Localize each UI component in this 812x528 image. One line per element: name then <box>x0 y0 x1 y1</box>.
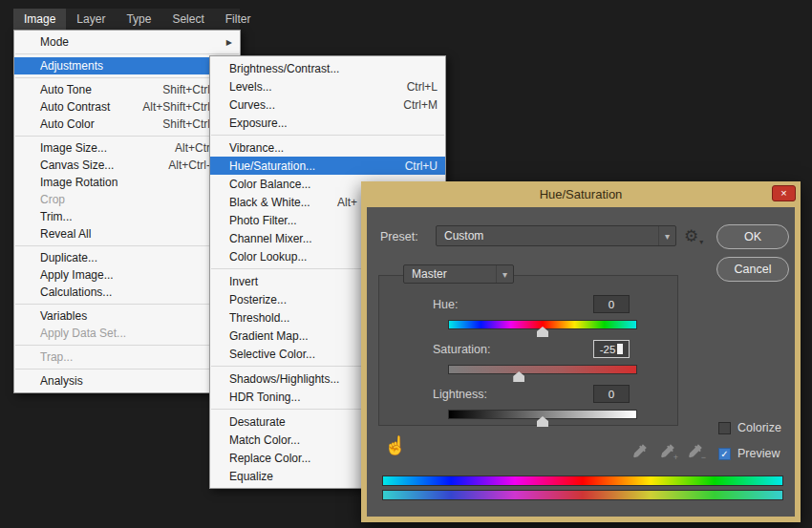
close-button[interactable]: × <box>772 185 796 201</box>
minus-glyph: − <box>701 453 706 462</box>
saturation-value: -25 <box>600 344 616 355</box>
menu-item-shortcut: Ctrl+U <box>405 159 438 173</box>
menu-item-label: Vibrance... <box>229 141 284 155</box>
hue-label: Hue: <box>433 298 458 311</box>
menu-item-vibrance[interactable]: Vibrance... <box>210 138 445 157</box>
hue-value: 0 <box>609 299 614 310</box>
menu-item-image-size[interactable]: Image Size...Alt+Ctr <box>14 139 240 157</box>
menu-item-label: Trap... <box>40 350 73 364</box>
menubar-item-filter[interactable]: Filter <box>215 9 262 30</box>
menu-item-mode[interactable]: Mode▶ <box>14 33 240 51</box>
preview-checkbox[interactable]: ✓ <box>718 448 731 460</box>
menu-separator <box>15 77 239 78</box>
dialog-titlebar[interactable]: Hue/Saturation × <box>361 181 801 207</box>
menu-item-label: Reveal All <box>40 227 91 241</box>
gear-icon: ⚙ <box>684 226 698 246</box>
menu-item-label: Photo Filter... <box>229 214 297 227</box>
saturation-slider-row: Saturation:-25 <box>379 340 677 385</box>
menu-item-label: Auto Tone <box>40 83 92 96</box>
menu-item-label: Crop <box>40 193 65 206</box>
menu-item-image-rotation[interactable]: Image Rotation <box>14 174 240 191</box>
adjustment-group: Hue:0Saturation:-25Lightness:0 <box>378 275 678 426</box>
menu-item-reveal-all[interactable]: Reveal All <box>14 225 240 243</box>
menu-item-label: HDR Toning... <box>229 391 300 404</box>
image-menu: Mode▶AdjustmentsAuto ToneShift+CtrlAuto … <box>13 30 241 393</box>
plus-glyph: + <box>673 453 678 462</box>
saturation-value-field[interactable]: -25 <box>593 340 630 358</box>
lightness-value: 0 <box>609 389 614 400</box>
menu-item-label: Color Balance... <box>229 178 310 191</box>
colorize-option: Colorize <box>718 421 781 434</box>
menu-item-label: Replace Color... <box>229 452 310 465</box>
menu-item-curves[interactable]: Curves...Ctrl+M <box>210 95 445 114</box>
menu-item-label: Mode <box>40 35 69 49</box>
close-icon: × <box>780 187 786 199</box>
lightness-label: Lightness: <box>433 388 487 401</box>
menu-item-duplicate[interactable]: Duplicate... <box>14 249 240 266</box>
menu-item-label: Duplicate... <box>40 251 97 264</box>
colorize-label: Colorize <box>737 421 781 434</box>
chevron-down-icon: ▾ <box>496 265 513 283</box>
menu-item-brightness-contrast[interactable]: Brightness/Contrast... <box>210 59 445 77</box>
cancel-button[interactable]: Cancel <box>716 257 789 282</box>
menu-item-label: Threshold... <box>229 311 289 325</box>
menu-item-label: Trim... <box>40 210 73 223</box>
lightness-value-field[interactable]: 0 <box>593 385 630 403</box>
menu-item-label: Curves... <box>229 98 275 112</box>
menu-item-label: Color Lookup... <box>229 250 307 264</box>
menu-item-label: Levels... <box>229 80 272 94</box>
menu-item-shortcut: Ctrl+L <box>407 80 438 94</box>
menu-item-label: Calculations... <box>40 285 112 299</box>
menu-item-adjustments[interactable]: Adjustments <box>14 57 240 74</box>
ok-button[interactable]: OK <box>716 224 789 249</box>
dialog-body: Preset: Custom ▾ ⚙ ▾ OK Cancel Master ▾ … <box>367 207 795 517</box>
menu-item-analysis[interactable]: Analysis <box>14 372 240 390</box>
menu-item-calculations[interactable]: Calculations... <box>14 284 240 301</box>
menu-item-auto-tone[interactable]: Auto ToneShift+Ctrl <box>14 81 240 98</box>
menu-item-label: Match Color... <box>229 433 300 447</box>
hue-saturation-dialog: Hue/Saturation × Preset: Custom ▾ ⚙ ▾ OK… <box>361 181 801 522</box>
channel-dropdown[interactable]: Master ▾ <box>403 264 514 284</box>
hue-value-field[interactable]: 0 <box>593 295 630 313</box>
preset-label: Preset: <box>380 230 418 243</box>
lightness-slider-row: Lightness:0 <box>379 385 677 430</box>
menu-item-label: Shadows/Highlights... <box>229 372 339 386</box>
menu-item-trap: Trap... <box>14 348 240 366</box>
menubar-item-image[interactable]: Image <box>13 9 66 30</box>
preview-label: Preview <box>737 447 780 460</box>
menu-item-label: Analysis <box>40 374 83 388</box>
menu-item-trim[interactable]: Trim... <box>14 208 240 225</box>
menu-item-label: Hue/Saturation... <box>229 159 315 173</box>
menu-item-exposure[interactable]: Exposure... <box>210 114 445 132</box>
menu-item-auto-contrast[interactable]: Auto ContrastAlt+Shift+Ctrl <box>14 98 240 116</box>
menu-item-label: Exposure... <box>229 116 288 130</box>
chevron-down-icon: ▾ <box>658 226 675 245</box>
menu-separator <box>15 304 239 305</box>
preset-options-button[interactable]: ⚙ ▾ <box>684 226 703 246</box>
chevron-down-icon: ▾ <box>699 238 703 246</box>
menu-item-auto-color[interactable]: Auto ColorShift+Ctrl <box>14 116 240 133</box>
colorize-checkbox[interactable] <box>718 422 731 434</box>
menu-item-label: Gradient Map... <box>229 329 309 343</box>
menubar-item-layer[interactable]: Layer <box>66 9 116 30</box>
menubar-item-select[interactable]: Select <box>161 9 214 30</box>
menu-separator <box>15 136 239 137</box>
menu-item-levels[interactable]: Levels...Ctrl+L <box>210 77 445 95</box>
text-caret <box>617 344 623 354</box>
menu-item-label: Selective Color... <box>229 348 315 361</box>
menu-item-label: Posterize... <box>229 293 287 306</box>
menubar-item-type[interactable]: Type <box>116 9 161 30</box>
menu-item-apply-data-set: Apply Data Set... <box>14 325 240 342</box>
menu-item-apply-image[interactable]: Apply Image... <box>14 266 240 284</box>
menu-item-label: Adjustments <box>40 59 103 73</box>
menu-bar: ImageLayerTypeSelectFilter <box>13 9 240 30</box>
menu-item-hue-saturation[interactable]: Hue/Saturation...Ctrl+U <box>210 157 445 175</box>
hue-slider-row: Hue:0 <box>379 295 677 340</box>
menu-item-variables[interactable]: Variables <box>14 307 240 325</box>
preset-dropdown[interactable]: Custom ▾ <box>436 225 676 246</box>
menu-item-label: Brightness/Contrast... <box>229 62 339 75</box>
saturation-slider-track[interactable] <box>448 365 637 374</box>
menu-item-canvas-size[interactable]: Canvas Size...Alt+Ctrl- <box>14 157 240 174</box>
targeted-adjustment-hand-icon[interactable]: ☝ <box>384 434 407 456</box>
menu-item-label: Canvas Size... <box>40 158 114 172</box>
